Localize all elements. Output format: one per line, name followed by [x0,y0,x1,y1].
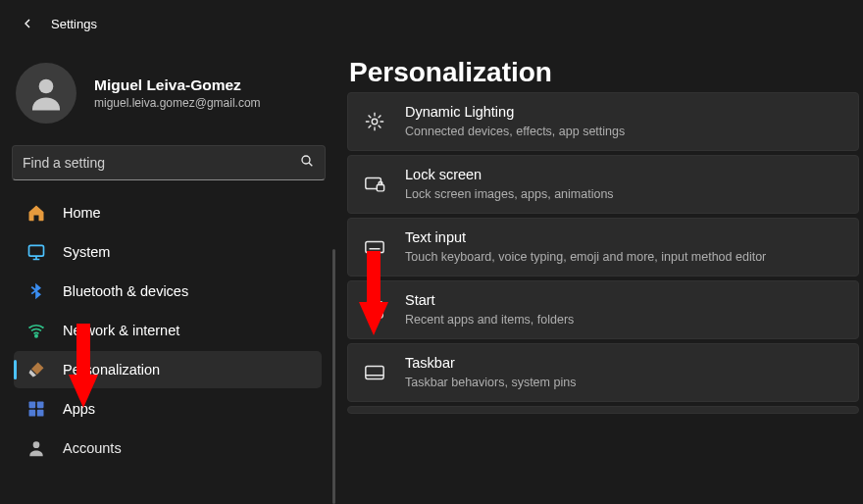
arrow-left-icon [20,16,35,31]
svg-line-2 [309,163,312,166]
card-title: Taskbar [405,355,576,372]
card-dynamic-lighting[interactable]: Dynamic Lighting Connected devices, effe… [347,92,859,151]
system-icon [25,241,47,263]
card-subtitle: Taskbar behaviors, system pins [405,375,576,390]
svg-point-19 [374,309,376,311]
card-title: Text input [405,229,766,246]
search-icon [299,153,315,173]
card-start[interactable]: Start Recent apps and items, folders [347,280,859,339]
sidebar-item-label: System [63,244,110,260]
back-button[interactable] [10,6,45,41]
sidebar-item-apps[interactable]: Apps [14,390,322,428]
sidebar-item-label: Network & internet [63,323,179,338]
svg-point-20 [378,309,380,311]
sidebar-item-network[interactable]: Network & internet [14,312,322,349]
svg-point-15 [370,305,372,307]
svg-rect-3 [29,245,44,256]
svg-rect-7 [29,410,36,417]
apps-icon [25,398,47,420]
user-name: Miguel Leiva-Gomez [94,76,261,95]
svg-point-18 [370,309,372,311]
page-title: Personalization [349,57,859,88]
lock-screen-icon [362,172,387,197]
taskbar-icon [362,360,387,385]
card-subtitle: Recent apps and items, folders [405,312,574,328]
card-next[interactable] [347,406,859,414]
svg-point-22 [374,313,376,315]
sidebar-item-label: Bluetooth & devices [63,283,188,299]
search-input[interactable] [12,145,326,180]
svg-point-23 [378,313,380,315]
sidebar-item-label: Personalization [63,362,160,378]
user-email: miguel.leiva.gomez@gmail.com [94,96,261,110]
card-title: Dynamic Lighting [405,104,625,121]
svg-point-4 [35,335,37,337]
keyboard-icon [362,234,387,260]
card-lock-screen[interactable]: Lock screen Lock screen images, apps, an… [347,155,859,214]
title-bar: Settings [0,0,863,47]
bluetooth-icon [25,280,47,302]
card-text-input[interactable]: Text input Touch keyboard, voice typing,… [347,218,859,277]
search-field[interactable] [23,155,299,171]
user-block[interactable]: Miguel Leiva-Gomez miguel.leiva.gomez@gm… [10,55,331,137]
sidebar-item-bluetooth[interactable]: Bluetooth & devices [14,273,322,310]
svg-rect-5 [29,402,36,409]
svg-point-10 [372,119,378,125]
card-subtitle: Connected devices, effects, app settings [405,124,625,139]
sidebar-item-label: Apps [63,401,95,417]
svg-rect-6 [37,402,44,409]
svg-rect-12 [377,184,383,190]
sidebar: Miguel Leiva-Gomez miguel.leiva.gomez@gm… [0,47,335,504]
start-menu-icon [362,297,387,323]
settings-card-list: Dynamic Lighting Connected devices, effe… [347,98,859,414]
sidebar-item-personalization[interactable]: Personalization [14,351,322,388]
app-title: Settings [51,17,97,31]
sidebar-item-home[interactable]: Home [14,194,322,231]
svg-point-21 [370,313,372,315]
person-icon [25,73,67,114]
main-pane: Personalization Dynamic Lighting Connect… [335,47,863,504]
card-subtitle: Lock screen images, apps, animations [405,186,614,202]
nav-list: Home System Bluetooth & devices Network … [10,194,331,467]
avatar [16,63,76,124]
wifi-icon [25,320,47,341]
card-subtitle: Touch keyboard, voice typing, emoji and … [405,249,766,265]
svg-point-17 [378,305,380,307]
svg-rect-8 [37,410,44,417]
svg-rect-24 [366,367,383,379]
sidebar-item-label: Home [63,205,101,221]
home-icon [25,202,47,224]
card-title: Lock screen [405,167,614,183]
svg-point-9 [33,441,40,448]
svg-point-16 [374,305,376,307]
card-taskbar[interactable]: Taskbar Taskbar behaviors, system pins [347,343,859,402]
card-title: Start [405,292,574,309]
sidebar-item-label: Accounts [63,440,122,456]
sidebar-item-system[interactable]: System [14,233,322,271]
accounts-icon [25,437,47,459]
svg-rect-13 [366,242,383,253]
paintbrush-icon [25,359,47,380]
svg-point-1 [302,156,310,164]
svg-point-0 [39,79,54,94]
sparkle-icon [362,109,387,134]
sidebar-item-accounts[interactable]: Accounts [14,429,322,467]
